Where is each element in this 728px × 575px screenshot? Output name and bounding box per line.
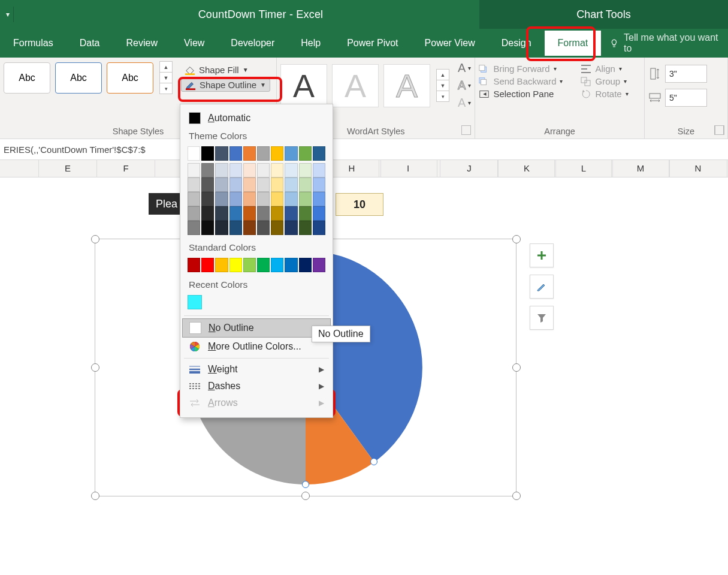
color-swatch[interactable] [285,258,297,272]
color-swatch[interactable] [215,258,228,272]
color-swatch[interactable] [257,146,270,161]
color-swatch[interactable] [243,177,256,192]
color-swatch[interactable] [257,258,270,272]
column-header-L[interactable]: L [554,160,613,177]
more-outline-colors-item[interactable]: More Outline Colors... [180,338,333,356]
rotate-button[interactable]: Rotate▾ [581,89,628,99]
selection-handle[interactable] [91,235,99,243]
color-swatch[interactable] [313,206,325,221]
dialog-launcher-icon[interactable] [461,125,471,135]
tab-view[interactable]: View [171,31,218,56]
gallery-more-icon[interactable]: ▾ [159,83,173,94]
tab-design[interactable]: Design [488,31,545,56]
color-swatch[interactable] [243,206,256,221]
color-swatch[interactable] [299,163,312,177]
series-edit-handle[interactable] [302,481,309,488]
shape-outline-button[interactable]: Shape Outline ▼ [181,79,270,92]
dialog-launcher-icon[interactable] [714,125,724,135]
tab-power-view[interactable]: Power View [412,31,488,56]
tab-help[interactable]: Help [288,31,334,56]
color-swatch[interactable] [271,177,283,192]
color-swatch[interactable] [215,221,228,235]
wordart-preset-1[interactable]: A [280,64,327,107]
color-swatch[interactable] [271,192,283,206]
color-swatch[interactable] [257,163,270,177]
color-swatch[interactable] [299,258,312,272]
column-header-M[interactable]: M [611,160,670,177]
column-header-J[interactable]: J [440,160,499,177]
width-control[interactable] [648,89,724,107]
color-swatch[interactable] [215,146,228,161]
tab-format[interactable]: Format [545,31,602,56]
color-swatch[interactable] [313,258,325,272]
color-swatch[interactable] [188,295,202,309]
selection-handle[interactable] [512,235,521,243]
color-swatch[interactable] [229,177,242,192]
gallery-more-icon[interactable]: ▾ [436,91,449,102]
height-input[interactable] [665,65,707,83]
countdown-value-cell[interactable]: 10 [336,193,383,216]
color-swatch[interactable] [271,206,283,221]
selection-pane-button[interactable]: Selection Pane [479,89,563,99]
color-swatch[interactable] [243,146,256,161]
column-header-I[interactable]: I [379,160,437,177]
color-swatch[interactable] [229,163,242,177]
color-swatch[interactable] [243,258,256,272]
no-outline-item[interactable]: No Outline [182,318,331,338]
chart-styles-button[interactable] [530,275,554,299]
color-swatch[interactable] [188,163,200,177]
send-backward-button[interactable]: Send Backward▾ [479,76,563,86]
selection-handle[interactable] [301,492,310,500]
color-swatch[interactable] [229,206,242,221]
color-swatch[interactable] [299,192,312,206]
gallery-down-icon[interactable]: ▼ [436,80,449,91]
selection-handle[interactable] [512,492,521,500]
width-input[interactable] [665,89,707,107]
color-swatch[interactable] [299,177,312,192]
color-swatch[interactable] [313,163,325,177]
color-swatch[interactable] [229,192,242,206]
tab-data[interactable]: Data [67,31,113,56]
color-swatch[interactable] [188,177,200,192]
tell-me-search[interactable]: Tell me what you want to [609,32,728,54]
tab-review[interactable]: Review [113,31,170,56]
formula-bar[interactable]: ERIES(,,'CountDown Timer'!$C$7:$ [0,139,728,160]
group-button[interactable]: Group▾ [581,76,628,86]
color-swatch[interactable] [201,163,214,177]
selection-handle[interactable] [91,492,99,500]
color-swatch[interactable] [313,146,325,161]
color-swatch[interactable] [215,163,228,177]
text-effects-button[interactable]: A▾ [458,96,471,110]
tab-formulas[interactable]: Formulas [0,31,67,56]
gallery-down-icon[interactable]: ▼ [159,73,173,83]
height-control[interactable] [648,65,724,83]
column-header-F[interactable]: F [96,160,155,177]
shape-fill-button[interactable]: Shape Fill ▼ [181,64,270,76]
color-swatch[interactable] [201,206,214,221]
color-swatch[interactable] [229,221,242,235]
series-edit-handle[interactable] [370,458,377,465]
color-swatch[interactable] [201,192,214,206]
color-swatch[interactable] [299,146,312,161]
color-swatch[interactable] [285,177,297,192]
color-swatch[interactable] [257,221,270,235]
color-swatch[interactable] [257,206,270,221]
color-swatch[interactable] [188,258,200,272]
wordart-preset-2[interactable]: A [332,64,379,107]
outline-automatic[interactable]: Automatic [180,109,333,127]
color-swatch[interactable] [188,206,200,221]
color-swatch[interactable] [215,192,228,206]
color-swatch[interactable] [215,177,228,192]
color-swatch[interactable] [243,163,256,177]
color-swatch[interactable] [201,177,214,192]
shape-style-preset-2[interactable]: Abc [55,62,102,94]
dashes-submenu[interactable]: Dashes ▶ [180,378,333,395]
tab-developer[interactable]: Developer [218,31,288,56]
color-swatch[interactable] [285,221,297,235]
tab-power-pivot[interactable]: Power Pivot [334,31,411,56]
gallery-up-icon[interactable]: ▲ [159,61,173,73]
gallery-up-icon[interactable]: ▲ [436,69,449,80]
align-button[interactable]: Align▾ [581,64,628,74]
color-swatch[interactable] [285,163,297,177]
color-swatch[interactable] [243,192,256,206]
